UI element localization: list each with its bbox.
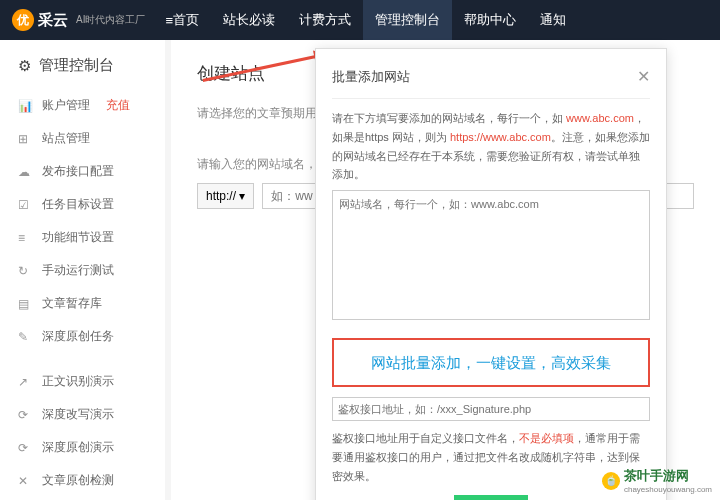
list-icon: ≡	[18, 231, 32, 245]
grid-icon: ⊞	[18, 132, 32, 146]
sidebar-title: ⚙管理控制台	[0, 56, 165, 89]
sidebar-item-rewritedemo[interactable]: ⟳深度改写演示	[0, 398, 165, 431]
sidebar-item-original[interactable]: ✎深度原创任务	[0, 320, 165, 353]
domains-textarea[interactable]	[332, 190, 650, 320]
modal-title: 批量添加网站	[332, 66, 410, 88]
modal-description: 请在下方填写要添加的网站域名，每行一个，如 www.abc.com，如果是htt…	[332, 109, 650, 184]
refresh-icon: ↻	[18, 264, 32, 278]
cycle-icon: ⟳	[18, 408, 32, 422]
sidebar-item-tasks[interactable]: ☑任务目标设置	[0, 188, 165, 221]
nav-items: ≡ 首页 站长必读 计费方式 管理控制台 帮助中心 通知	[153, 0, 578, 40]
nav-notice[interactable]: 通知	[528, 0, 578, 40]
edit-icon: ✎	[18, 330, 32, 344]
sidebar-item-storage[interactable]: ▤文章暂存库	[0, 287, 165, 320]
logo-subtitle: AI时代内容工厂	[76, 13, 145, 27]
sidebar: ⚙管理控制台 📊账户管理充值 ⊞站点管理 ☁发布接口配置 ☑任务目标设置 ≡功能…	[0, 40, 165, 500]
nav-mustread[interactable]: 站长必读	[211, 0, 287, 40]
check-icon: ☑	[18, 198, 32, 212]
nav-billing[interactable]: 计费方式	[287, 0, 363, 40]
logo: 优 采云 AI时代内容工厂	[12, 9, 145, 31]
cycle-icon: ⟳	[18, 441, 32, 455]
arrow-icon: ↗	[18, 375, 32, 389]
protocol-select[interactable]: http:// ▾	[197, 183, 254, 209]
nav-help[interactable]: 帮助中心	[452, 0, 528, 40]
storage-icon: ▤	[18, 297, 32, 311]
nav-home[interactable]: ≡ 首页	[153, 0, 211, 40]
top-nav: 优 采云 AI时代内容工厂 ≡ 首页 站长必读 计费方式 管理控制台 帮助中心 …	[0, 0, 720, 40]
nav-console[interactable]: 管理控制台	[363, 0, 452, 40]
sidebar-item-detect[interactable]: ✕文章原创检测	[0, 464, 165, 497]
sidebar-item-account[interactable]: 📊账户管理充值	[0, 89, 165, 122]
tea-icon: 🍵	[602, 472, 620, 490]
batch-add-modal: 批量添加网站 ✕ 请在下方填写要添加的网站域名，每行一个，如 www.abc.c…	[315, 48, 667, 500]
sidebar-item-publish[interactable]: ☁发布接口配置	[0, 155, 165, 188]
sidebar-item-origdemo[interactable]: ⟳深度原创演示	[0, 431, 165, 464]
logo-badge: 优	[12, 9, 34, 31]
sidebar-item-sites[interactable]: ⊞站点管理	[0, 122, 165, 155]
watermark: 🍵 茶叶手游网 chayeshouyouwang.com	[602, 467, 712, 494]
x-icon: ✕	[18, 474, 32, 488]
sidebar-item-textdemo[interactable]: ↗正文识别演示	[0, 365, 165, 398]
gear-icon: ⚙	[18, 57, 31, 75]
auth-url-input[interactable]	[332, 397, 650, 421]
chart-icon: 📊	[18, 99, 32, 113]
highlight-banner: 网站批量添加，一键设置，高效采集	[332, 338, 650, 388]
sidebar-item-features[interactable]: ≡功能细节设置	[0, 221, 165, 254]
recharge-link[interactable]: 充值	[106, 97, 130, 114]
submit-button[interactable]: 提交	[454, 495, 528, 500]
logo-text: 采云	[38, 11, 68, 30]
cloud-icon: ☁	[18, 165, 32, 179]
close-icon[interactable]: ✕	[637, 63, 650, 90]
sidebar-item-manual[interactable]: ↻手动运行测试	[0, 254, 165, 287]
